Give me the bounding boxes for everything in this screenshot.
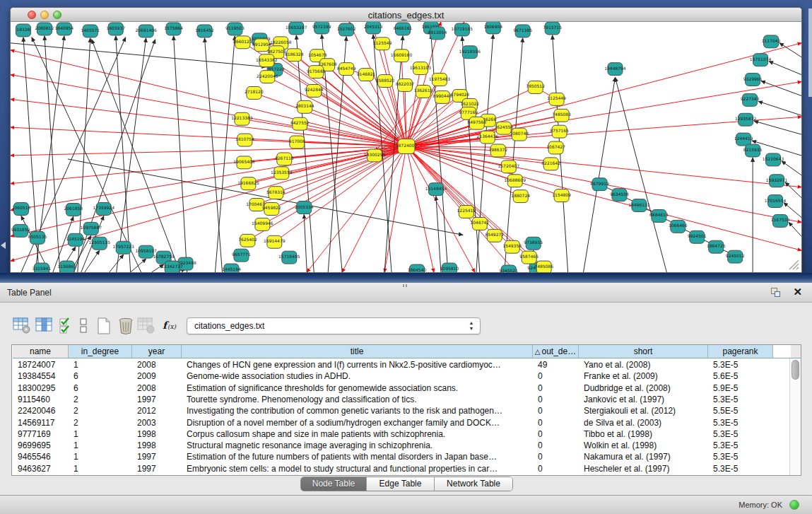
tab-network-table[interactable]: Network Table: [435, 477, 512, 491]
citing-node[interactable]: 8221642: [541, 158, 560, 170]
select-attributes-icon[interactable]: [59, 317, 73, 335]
citing-node[interactable]: 9587465: [519, 251, 539, 264]
table-cell[interactable]: 2008: [132, 382, 182, 395]
table-cell[interactable]: 5.3E-5: [708, 451, 773, 463]
delete-table-icon[interactable]: [117, 317, 134, 335]
table-settings-icon[interactable]: [13, 317, 31, 335]
table-cell[interactable]: 1998: [132, 440, 182, 452]
citation-edge[interactable]: [779, 43, 801, 57]
cited-node[interactable]: 8215935: [743, 144, 763, 157]
network-view-window[interactable]: citations_edges.txt 18338208081218409541…: [10, 7, 802, 273]
cited-node[interactable]: 1803937: [106, 23, 125, 35]
citation-edge[interactable]: [74, 40, 155, 272]
cited-node[interactable]: 1527602: [337, 23, 356, 36]
table-cell[interactable]: Disruption of a novel member of a sodium…: [182, 417, 533, 429]
citing-node[interactable]: 12213383: [231, 112, 253, 125]
table-cell[interactable]: 1997: [132, 394, 182, 406]
cited-node[interactable]: 1244419: [734, 133, 753, 146]
citing-node[interactable]: 10688609: [504, 175, 526, 187]
citing-node[interactable]: 7485083: [552, 109, 571, 122]
table-row[interactable]: 977716911998Corpus callosum shape and si…: [12, 428, 789, 440]
citation-edge[interactable]: [384, 146, 406, 272]
table-cell[interactable]: Corpus callosum shape and size in male p…: [182, 428, 533, 440]
citing-node[interactable]: 8660123: [233, 36, 252, 49]
citation-edge[interactable]: [85, 250, 100, 272]
citing-node[interactable]: 19065408: [233, 156, 255, 169]
table-cell[interactable]: 1: [69, 463, 132, 475]
citing-node[interactable]: 8186328: [285, 49, 304, 62]
cited-node[interactable]: 9657771: [232, 249, 251, 262]
citing-node[interactable]: 6497568: [467, 117, 486, 129]
table-cell[interactable]: 2: [69, 405, 132, 417]
table-cell[interactable]: Wolkin et al. (1998): [579, 440, 708, 452]
column-header-in_degree[interactable]: in_degree: [69, 345, 132, 358]
table-cell[interactable]: 2009: [132, 370, 182, 382]
table-cell[interactable]: Estimation of the future numbers of pati…: [182, 451, 533, 463]
table-row[interactable]: 1830029562008Estimation of significance …: [12, 382, 789, 395]
citing-node[interactable]: 7625402: [238, 234, 257, 247]
citing-node[interactable]: 7485086: [534, 261, 553, 272]
table-cell[interactable]: 0: [533, 394, 579, 406]
table-cell[interactable]: de Silva et al. (2003): [579, 417, 708, 429]
table-row[interactable]: 946362711997Embryonic stem cells: a mode…: [12, 463, 789, 475]
citing-node[interactable]: 11975483: [429, 74, 451, 86]
table-row[interactable]: 1938455462009Genome-wide association stu…: [12, 370, 789, 382]
table-cell[interactable]: 18300295: [13, 382, 69, 395]
table-cell[interactable]: 6: [69, 370, 132, 382]
table-cell[interactable]: 2012: [132, 405, 182, 417]
citing-node[interactable]: 1046742: [470, 217, 489, 230]
cited-node[interactable]: 2061858: [64, 204, 83, 216]
cited-node[interactable]: 1117043: [762, 35, 781, 48]
citing-node[interactable]: 8822037: [396, 79, 415, 92]
table-cell[interactable]: Hescheler et al. (1997): [579, 463, 708, 475]
table-cell[interactable]: 0: [533, 405, 579, 417]
float-panel-icon[interactable]: [771, 288, 781, 298]
network-window-titlebar[interactable]: citations_edges.txt: [11, 8, 801, 22]
citation-edge[interactable]: [304, 214, 307, 272]
cited-node[interactable]: 7915715: [543, 22, 562, 35]
cited-node[interactable]: 10975887: [81, 222, 102, 235]
citation-edge[interactable]: [11, 43, 266, 67]
citing-node[interactable]: 1125549: [373, 37, 392, 50]
citation-edge[interactable]: [307, 146, 406, 272]
citation-edge[interactable]: [11, 146, 406, 236]
cited-node[interactable]: 1095810: [440, 263, 459, 272]
cited-node[interactable]: 9931859: [11, 224, 30, 237]
table-cell[interactable]: 19384554: [13, 370, 69, 382]
citing-node[interactable]: 1067427: [546, 141, 565, 154]
tab-node-table[interactable]: Node Table: [301, 477, 367, 491]
cited-node[interactable]: 1156863: [58, 261, 77, 272]
table-cell[interactable]: 18724007: [13, 359, 69, 371]
cited-node[interactable]: 1445194: [222, 264, 241, 272]
citing-node[interactable]: 7850512: [526, 81, 545, 94]
table-cell[interactable]: Structural magnetic resonance image aver…: [182, 440, 533, 452]
citation-edge[interactable]: [782, 161, 801, 175]
split-pane-collapse-arrow-icon[interactable]: [1, 242, 6, 249]
citing-node[interactable]: 9242844: [305, 85, 324, 98]
table-row[interactable]: 911546021997Tourette syndrome. Phenomeno…: [12, 394, 789, 406]
citing-node[interactable]: 1588520: [376, 75, 395, 88]
cited-node[interactable]: 2005334: [295, 201, 314, 214]
table-cell[interactable]: Investigating the contribution of common…: [182, 405, 533, 417]
table-cell[interactable]: 1997: [132, 451, 182, 463]
table-row[interactable]: 946554611997Estimation of the future num…: [12, 451, 789, 463]
table-cell[interactable]: 5.5E-5: [708, 405, 773, 417]
table-cell[interactable]: Changes of HCN gene expression and I(f) …: [182, 359, 533, 371]
citing-node[interactable]: 8267110: [275, 153, 294, 165]
citation-edge[interactable]: [505, 38, 523, 272]
table-row[interactable]: 1456911722003Disruption of a novel membe…: [12, 417, 789, 429]
cited-node[interactable]: 9738935: [524, 237, 543, 250]
citing-node[interactable]: 1225419: [457, 206, 476, 218]
cited-node[interactable]: 6884613: [649, 210, 669, 223]
table-cell[interactable]: Tibbo et al. (1998): [579, 428, 708, 440]
table-cell[interactable]: Nakamura et al. (1997): [579, 451, 708, 463]
table-cell[interactable]: 0: [533, 370, 579, 382]
cited-node[interactable]: 12935872: [735, 113, 757, 126]
cited-node[interactable]: 3315941: [33, 263, 52, 272]
citing-node[interactable]: 2718120: [245, 86, 264, 99]
table-cell[interactable]: 49: [533, 359, 579, 371]
cited-node[interactable]: 17016504: [765, 195, 787, 208]
cited-node[interactable]: 19448794: [604, 63, 626, 76]
cited-node[interactable]: 9345021: [499, 265, 518, 272]
cited-node[interactable]: 1840954: [55, 23, 74, 35]
